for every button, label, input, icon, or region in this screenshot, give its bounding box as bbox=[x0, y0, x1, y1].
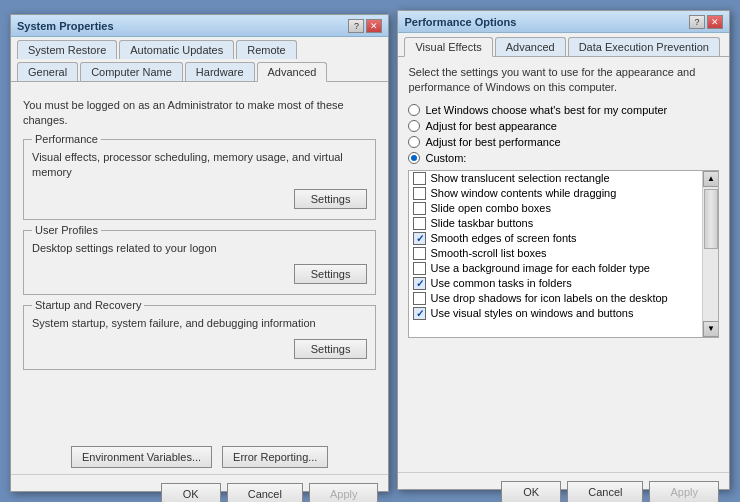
checkbox-label-8: Use drop shadows for icon labels on the … bbox=[430, 292, 667, 304]
checkbox-item-2[interactable]: Slide open combo boxes bbox=[409, 201, 718, 216]
radio-let-windows-input[interactable] bbox=[408, 104, 420, 116]
radio-best-appearance[interactable]: Adjust for best appearance bbox=[408, 120, 719, 132]
checkbox-label-3: Slide taskbar buttons bbox=[430, 217, 533, 229]
checkbox-label-9: Use visual styles on windows and buttons bbox=[430, 307, 633, 319]
performance-settings-button[interactable]: Settings bbox=[294, 189, 368, 209]
environment-variables-button[interactable]: Environment Variables... bbox=[71, 446, 212, 468]
titlebar-buttons: ? ✕ bbox=[348, 19, 382, 33]
checkbox-1[interactable] bbox=[413, 187, 426, 200]
scroll-track bbox=[703, 187, 718, 321]
tab-hardware[interactable]: Hardware bbox=[185, 62, 255, 81]
perf-ok-button[interactable]: OK bbox=[501, 481, 561, 502]
checkbox-2[interactable] bbox=[413, 202, 426, 215]
system-properties-title: System Properties bbox=[17, 20, 114, 32]
tab-general[interactable]: General bbox=[17, 62, 78, 81]
checkbox-3[interactable] bbox=[413, 217, 426, 230]
performance-options-titlebar: Performance Options ? ✕ bbox=[398, 11, 729, 33]
checkbox-7[interactable] bbox=[413, 277, 426, 290]
tab-advanced-perf[interactable]: Advanced bbox=[495, 37, 566, 56]
tab-automatic-updates[interactable]: Automatic Updates bbox=[119, 40, 234, 59]
system-properties-bottom-buttons: OK Cancel Apply bbox=[11, 474, 388, 502]
checkbox-label-1: Show window contents while dragging bbox=[430, 187, 616, 199]
radio-best-performance-label: Adjust for best performance bbox=[425, 136, 560, 148]
radio-custom-input[interactable] bbox=[408, 152, 420, 164]
radio-best-appearance-input[interactable] bbox=[408, 120, 420, 132]
scrollbar[interactable]: ▲ ▼ bbox=[702, 171, 718, 337]
checkbox-5[interactable] bbox=[413, 247, 426, 260]
startup-recovery-title: Startup and Recovery bbox=[32, 299, 144, 311]
checkbox-label-6: Use a background image for each folder t… bbox=[430, 262, 650, 274]
checkbox-item-3[interactable]: Slide taskbar buttons bbox=[409, 216, 718, 231]
performance-desc: Visual effects, processor scheduling, me… bbox=[32, 150, 367, 181]
checkbox-4[interactable] bbox=[413, 232, 426, 245]
visual-effects-radio-group: Let Windows choose what's best for my co… bbox=[408, 104, 719, 164]
checkbox-item-6[interactable]: Use a background image for each folder t… bbox=[409, 261, 718, 276]
radio-let-windows[interactable]: Let Windows choose what's best for my co… bbox=[408, 104, 719, 116]
checkbox-6[interactable] bbox=[413, 262, 426, 275]
checkbox-item-8[interactable]: Use drop shadows for icon labels on the … bbox=[409, 291, 718, 306]
checkbox-item-5[interactable]: Smooth-scroll list boxes bbox=[409, 246, 718, 261]
tab-dep[interactable]: Data Execution Prevention bbox=[568, 37, 720, 56]
tab-advanced[interactable]: Advanced bbox=[257, 62, 328, 82]
user-profiles-desc: Desktop settings related to your logon bbox=[32, 241, 367, 256]
perf-close-button[interactable]: ✕ bbox=[707, 15, 723, 29]
radio-let-windows-label: Let Windows choose what's best for my co… bbox=[425, 104, 667, 116]
perf-help-button[interactable]: ? bbox=[689, 15, 705, 29]
system-ok-button[interactable]: OK bbox=[161, 483, 221, 502]
system-properties-titlebar: System Properties ? ✕ bbox=[11, 15, 388, 37]
perf-bottom-buttons: OK Cancel Apply bbox=[398, 472, 729, 502]
checkbox-label-2: Slide open combo boxes bbox=[430, 202, 550, 214]
checkbox-item-4[interactable]: Smooth edges of screen fonts bbox=[409, 231, 718, 246]
user-profiles-settings-button[interactable]: Settings bbox=[294, 264, 368, 284]
close-button[interactable]: ✕ bbox=[366, 19, 382, 33]
checkbox-8[interactable] bbox=[413, 292, 426, 305]
system-properties-content: You must be logged on as an Administrato… bbox=[11, 82, 388, 440]
startup-recovery-settings-button[interactable]: Settings bbox=[294, 339, 368, 359]
checkbox-item-9[interactable]: Use visual styles on windows and buttons bbox=[409, 306, 718, 321]
tab-row-1: System Restore Automatic Updates Remote bbox=[11, 37, 388, 59]
checkbox-label-4: Smooth edges of screen fonts bbox=[430, 232, 576, 244]
radio-custom[interactable]: Custom: bbox=[408, 152, 719, 164]
user-profiles-title: User Profiles bbox=[32, 224, 101, 236]
env-error-buttons: Environment Variables... Error Reporting… bbox=[11, 440, 388, 474]
user-profiles-section: User Profiles Desktop settings related t… bbox=[23, 230, 376, 295]
tab-row-2: General Computer Name Hardware Advanced bbox=[11, 59, 388, 82]
perf-apply-button[interactable]: Apply bbox=[649, 481, 719, 502]
startup-recovery-desc: System startup, system failure, and debu… bbox=[32, 316, 367, 331]
checkbox-items-container: Show translucent selection rectangleShow… bbox=[409, 171, 718, 321]
system-apply-button[interactable]: Apply bbox=[309, 483, 379, 502]
perf-cancel-button[interactable]: Cancel bbox=[567, 481, 643, 502]
scroll-up-arrow[interactable]: ▲ bbox=[703, 171, 719, 187]
perf-titlebar-buttons: ? ✕ bbox=[689, 15, 723, 29]
system-cancel-button[interactable]: Cancel bbox=[227, 483, 303, 502]
checkbox-item-1[interactable]: Show window contents while dragging bbox=[409, 186, 718, 201]
scroll-down-arrow[interactable]: ▼ bbox=[703, 321, 719, 337]
tab-container: System Restore Automatic Updates Remote … bbox=[11, 37, 388, 82]
tab-computer-name[interactable]: Computer Name bbox=[80, 62, 183, 81]
radio-custom-label: Custom: bbox=[425, 152, 466, 164]
performance-section: Performance Visual effects, processor sc… bbox=[23, 139, 376, 220]
scroll-thumb[interactable] bbox=[704, 189, 718, 249]
tab-visual-effects[interactable]: Visual Effects bbox=[404, 37, 492, 57]
startup-recovery-section: Startup and Recovery System startup, sys… bbox=[23, 305, 376, 370]
perf-tab-bar: Visual Effects Advanced Data Execution P… bbox=[398, 33, 729, 57]
checkbox-0[interactable] bbox=[413, 172, 426, 185]
radio-best-appearance-label: Adjust for best appearance bbox=[425, 120, 556, 132]
help-button[interactable]: ? bbox=[348, 19, 364, 33]
tab-system-restore[interactable]: System Restore bbox=[17, 40, 117, 59]
admin-info-text: You must be logged on as an Administrato… bbox=[23, 98, 376, 129]
performance-options-title: Performance Options bbox=[404, 16, 516, 28]
tab-remote[interactable]: Remote bbox=[236, 40, 297, 59]
radio-best-performance[interactable]: Adjust for best performance bbox=[408, 136, 719, 148]
checkbox-label-0: Show translucent selection rectangle bbox=[430, 172, 609, 184]
checkbox-item-7[interactable]: Use common tasks in folders bbox=[409, 276, 718, 291]
checkbox-label-5: Smooth-scroll list boxes bbox=[430, 247, 546, 259]
checkbox-9[interactable] bbox=[413, 307, 426, 320]
checkbox-label-7: Use common tasks in folders bbox=[430, 277, 571, 289]
system-properties-window: System Properties ? ✕ System Restore Aut… bbox=[10, 14, 389, 492]
checkbox-item-0[interactable]: Show translucent selection rectangle bbox=[409, 171, 718, 186]
performance-options-window: Performance Options ? ✕ Visual Effects A… bbox=[397, 10, 730, 490]
error-reporting-button[interactable]: Error Reporting... bbox=[222, 446, 328, 468]
perf-description: Select the settings you want to use for … bbox=[408, 65, 719, 96]
radio-best-performance-input[interactable] bbox=[408, 136, 420, 148]
